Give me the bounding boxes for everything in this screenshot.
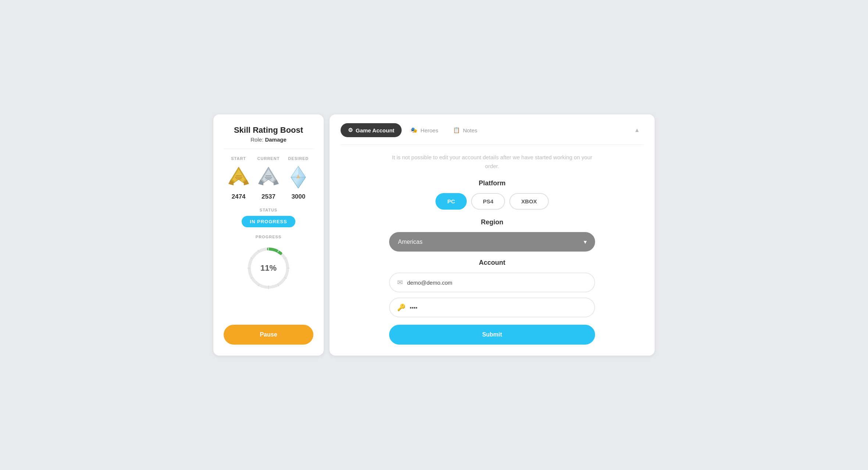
collapse-button[interactable]: ▲ — [630, 124, 644, 137]
platform-title: Platform — [341, 179, 644, 187]
email-input[interactable] — [407, 279, 587, 286]
account-title: Account — [341, 259, 644, 267]
notes-icon: 📋 — [453, 127, 460, 133]
right-card: ⚙ Game Account 🎭 Heroes 📋 Notes ▲ It is … — [330, 114, 655, 356]
key-icon: 🔑 — [397, 303, 405, 311]
email-icon: ✉ — [397, 278, 403, 286]
rank-desired-value: 3000 — [291, 193, 305, 200]
rank-start-value: 2474 — [232, 193, 246, 200]
rank-current: CURRENT 2537 — [253, 156, 283, 200]
tab-notes[interactable]: 📋 Notes — [447, 123, 483, 137]
ranks-row: START 2474 CURRENT — [224, 156, 313, 200]
platform-ps4-button[interactable]: PS4 — [471, 193, 505, 210]
left-card: Skill Rating Boost Role: Damage START — [213, 114, 324, 356]
role-text: Role: Damage — [250, 136, 287, 143]
region-title: Region — [341, 218, 644, 226]
password-input[interactable] — [410, 305, 587, 311]
region-select[interactable]: Americas Europe Asia — [389, 232, 595, 252]
heroes-icon: 🎭 — [410, 127, 417, 133]
progress-label: PROGRESS — [256, 235, 281, 239]
rank-current-value: 2537 — [262, 193, 275, 200]
progress-circle: 11% — [245, 244, 292, 292]
tab-divider — [341, 145, 644, 145]
pause-button[interactable]: Pause — [224, 325, 313, 345]
region-select-wrapper: Americas Europe Asia ▼ — [389, 232, 595, 252]
platform-xbox-button[interactable]: XBOX — [509, 193, 549, 210]
card-divider — [224, 149, 313, 149]
rank-start: START 2474 — [224, 156, 253, 200]
main-container: Skill Rating Boost Role: Damage START — [213, 114, 655, 356]
rank-start-icon — [226, 164, 252, 190]
submit-button[interactable]: Submit — [389, 325, 595, 345]
gear-icon: ⚙ — [348, 127, 353, 133]
tab-game-account[interactable]: ⚙ Game Account — [341, 123, 402, 137]
rank-current-icon — [256, 164, 281, 190]
progress-percent: 11% — [260, 263, 277, 273]
info-text: It is not possible to edit your account … — [389, 153, 595, 171]
platform-pc-button[interactable]: PC — [435, 193, 467, 210]
tab-notes-label: Notes — [463, 127, 477, 133]
tab-heroes[interactable]: 🎭 Heroes — [405, 123, 444, 137]
email-input-wrapper: ✉ — [389, 273, 595, 292]
tab-bar: ⚙ Game Account 🎭 Heroes 📋 Notes ▲ — [341, 123, 644, 137]
rank-current-label: CURRENT — [257, 156, 280, 161]
tab-heroes-label: Heroes — [420, 127, 438, 133]
password-input-wrapper: 🔑 — [389, 298, 595, 317]
platform-row: PC PS4 XBOX — [341, 193, 644, 210]
rank-desired-label: DESIRED — [288, 156, 309, 161]
tab-game-account-label: Game Account — [356, 127, 394, 133]
rank-desired-icon — [285, 164, 311, 190]
status-label: STATUS — [260, 208, 277, 212]
rank-desired: DESIRED — [284, 156, 313, 200]
boost-title: Skill Rating Boost — [234, 125, 303, 135]
rank-start-label: START — [231, 156, 246, 161]
status-badge: IN PROGRESS — [242, 216, 295, 227]
